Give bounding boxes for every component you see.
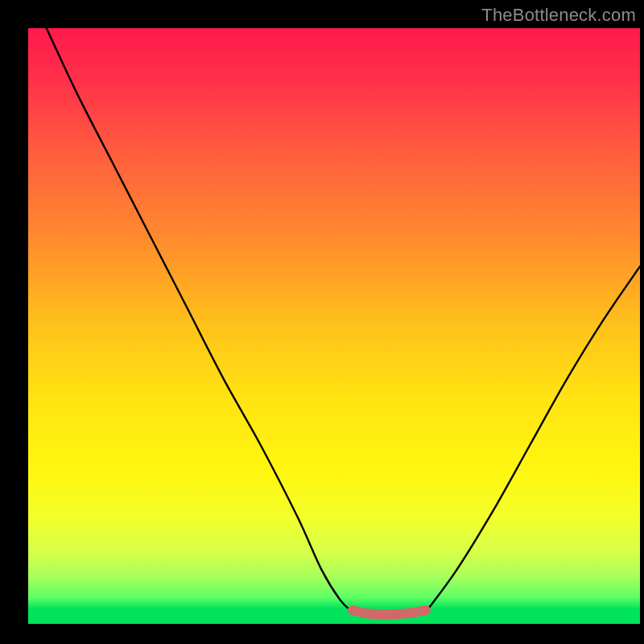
chart-frame: TheBottleneck.com xyxy=(0,0,644,644)
low-band-highlight xyxy=(353,610,426,614)
curve-left xyxy=(47,28,353,612)
plot-area xyxy=(28,28,640,624)
curve-layer xyxy=(28,28,640,624)
curve-right xyxy=(426,266,640,612)
watermark-text: TheBottleneck.com xyxy=(481,5,636,26)
